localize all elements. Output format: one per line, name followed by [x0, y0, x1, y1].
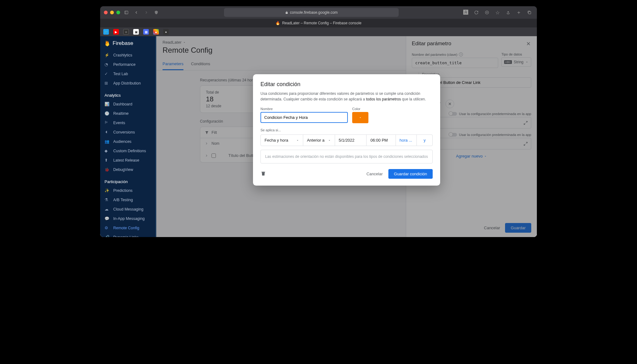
- sidebar-item-appdist[interactable]: ⊞App Distribution: [100, 79, 156, 88]
- name-label: Nombre: [260, 107, 348, 111]
- condition-time-input[interactable]: 06:00 PM: [367, 135, 396, 146]
- delete-condition-button[interactable]: [260, 171, 266, 177]
- fav-box[interactable]: ▣: [133, 29, 139, 35]
- condition-operator-select[interactable]: Anterior a: [303, 135, 335, 146]
- chevron-down-icon: [328, 139, 331, 142]
- traffic-lights: [104, 11, 120, 14]
- url-bar[interactable]: console.firebase.google.com: [224, 8, 399, 17]
- close-window[interactable]: [104, 11, 108, 14]
- condition-and-button[interactable]: y: [417, 135, 432, 146]
- condition-type-select[interactable]: Fecha y hora: [261, 135, 303, 146]
- sidebar-item-dynamiclinks[interactable]: 🔗Dynamic Links: [100, 233, 156, 237]
- modal-save-button[interactable]: Guardar condición: [388, 169, 433, 179]
- section-analytics: Analytics: [100, 88, 156, 99]
- download-icon[interactable]: [483, 9, 491, 16]
- reload-icon[interactable]: [473, 9, 480, 16]
- sidebar-item-conversions[interactable]: ⏴Conversions: [100, 128, 156, 137]
- browser-tab[interactable]: 🔥 ReadLater – Remote Config – Firebase c…: [100, 19, 537, 27]
- translate-icon[interactable]: 🅰: [462, 9, 469, 16]
- firebase-logo[interactable]: Firebase: [100, 36, 156, 51]
- trash-icon: [260, 171, 266, 176]
- estimate-notice: Las estimaciones de orientación no están…: [260, 150, 433, 163]
- sidebar-item-predictions[interactable]: ✨Predictions: [100, 186, 156, 195]
- svg-rect-0: [125, 11, 128, 14]
- nav-forward-icon[interactable]: [143, 9, 150, 16]
- firebase-sidebar: Firebase ⚡Crashlytics ◔Performance ✓Test…: [100, 36, 156, 237]
- edit-condition-modal: Editar condición Usa condiciones para pr…: [253, 74, 440, 186]
- fav-youtube[interactable]: ▶: [113, 29, 119, 35]
- minimize-window[interactable]: [110, 11, 114, 14]
- lock-icon: [285, 11, 288, 14]
- shield-icon[interactable]: [153, 9, 160, 16]
- sidebar-item-inappmessaging[interactable]: 💬In-App Messaging: [100, 214, 156, 223]
- fav-dot[interactable]: ●: [163, 29, 169, 35]
- favorites-bar: 🐦 ▶ ○ ▣ ▦ ▲ ●: [100, 27, 537, 36]
- nav-back-icon[interactable]: [133, 9, 140, 16]
- modal-title: Editar condición: [260, 81, 433, 88]
- share-icon[interactable]: [504, 9, 512, 16]
- sidebar-item-cloudmessaging[interactable]: ☁Cloud Messaging: [100, 205, 156, 214]
- section-participation: Participación: [100, 174, 156, 186]
- brand-text: Firebase: [113, 40, 133, 46]
- fav-twitter[interactable]: 🐦: [103, 29, 109, 35]
- applies-label: Se aplica si...: [260, 128, 433, 132]
- modal-cancel-button[interactable]: Cancelar: [367, 172, 383, 176]
- maximize-window[interactable]: [116, 11, 120, 14]
- sidebar-item-latestrelease[interactable]: ⬆Latest Release: [100, 156, 156, 165]
- firebase-flame-icon: [105, 40, 110, 47]
- window-titlebar: console.firebase.google.com 🅰 ☆ ＋: [100, 6, 537, 19]
- fav-blue[interactable]: ▦: [143, 29, 149, 35]
- chevron-down-icon: [359, 116, 362, 119]
- main-content: ReadLater Remote Config Parameters Condi…: [156, 36, 537, 237]
- color-picker[interactable]: [352, 112, 368, 123]
- tab-title: ReadLater – Remote Config – Firebase con…: [282, 21, 361, 25]
- chevron-down-icon: [296, 139, 299, 142]
- condition-builder-row: Fecha y hora Anterior a 5/1/2022 06:00 P…: [260, 134, 433, 146]
- svg-rect-3: [528, 12, 531, 14]
- sidebar-item-audiences[interactable]: 👥Audiences: [100, 137, 156, 146]
- condition-timezone-link[interactable]: hora ...: [396, 135, 417, 146]
- sidebar-item-events[interactable]: 🏳Events: [100, 118, 156, 128]
- color-label: Color: [352, 107, 368, 111]
- sidebar-item-dashboard[interactable]: 📊Dashboard: [100, 99, 156, 109]
- url-text: console.firebase.google.com: [290, 10, 338, 15]
- sidebar-item-performance[interactable]: ◔Performance: [100, 60, 156, 69]
- fav-circle[interactable]: ○: [123, 29, 129, 35]
- sidebar-toggle-icon[interactable]: [123, 9, 130, 16]
- new-tab-icon[interactable]: ＋: [515, 9, 523, 16]
- sidebar-item-debugview[interactable]: 🐞DebugView: [100, 165, 156, 174]
- condition-date-input[interactable]: 5/1/2022: [335, 135, 367, 146]
- sidebar-item-remoteconfig[interactable]: ⚙Remote Config: [100, 223, 156, 233]
- modal-description: Usa condiciones para proporcionar difere…: [260, 91, 433, 102]
- sidebar-item-customdef[interactable]: ◆Custom Definitions: [100, 146, 156, 156]
- firebase-tab-icon: 🔥: [275, 21, 280, 25]
- toolbar-right: 🅰 ☆ ＋: [462, 9, 533, 16]
- bookmark-icon[interactable]: ☆: [494, 9, 501, 16]
- sidebar-item-realtime[interactable]: 🕐Realtime: [100, 109, 156, 118]
- sidebar-item-abtesting[interactable]: ⚗A/B Testing: [100, 195, 156, 205]
- fav-google[interactable]: ▲: [153, 29, 159, 35]
- condition-name-input[interactable]: [260, 112, 348, 123]
- sidebar-item-testlab[interactable]: ✓Test Lab: [100, 69, 156, 79]
- tabs-icon[interactable]: [526, 9, 533, 16]
- sidebar-item-crashlytics[interactable]: ⚡Crashlytics: [100, 51, 156, 60]
